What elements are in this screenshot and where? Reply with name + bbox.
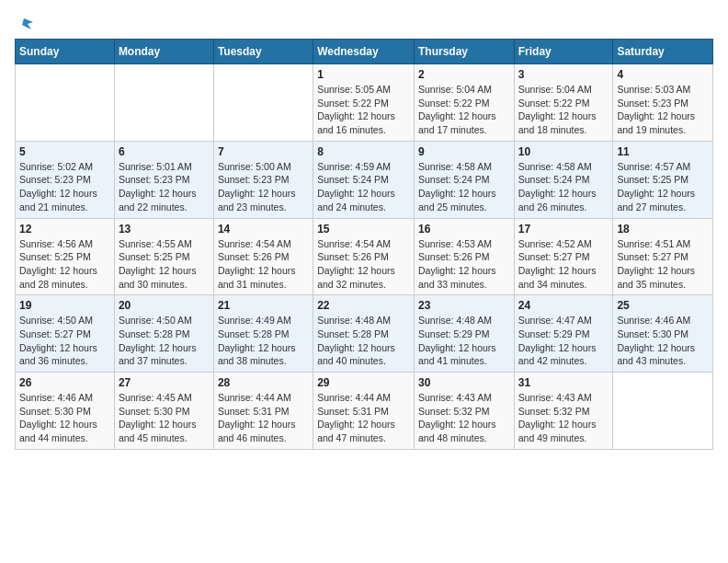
day-cell: 25Sunrise: 4:46 AMSunset: 5:30 PMDayligh… — [613, 295, 713, 373]
day-info: Sunrise: 4:44 AMSunset: 5:31 PMDaylight:… — [218, 391, 309, 445]
day-cell: 21Sunrise: 4:49 AMSunset: 5:28 PMDayligh… — [213, 295, 313, 373]
day-cell — [613, 373, 713, 450]
day-number: 31 — [518, 376, 609, 389]
day-number: 14 — [218, 223, 309, 236]
day-number: 19 — [19, 299, 110, 312]
day-number: 18 — [617, 223, 709, 236]
day-number: 26 — [19, 376, 110, 389]
day-number: 21 — [218, 299, 309, 312]
week-row-1: 1Sunrise: 5:05 AMSunset: 5:22 PMDaylight… — [16, 64, 713, 142]
day-number: 24 — [518, 299, 609, 312]
day-info: Sunrise: 4:58 AMSunset: 5:24 PMDaylight:… — [418, 160, 510, 214]
day-info: Sunrise: 4:43 AMSunset: 5:32 PMDaylight:… — [418, 391, 510, 445]
day-number: 28 — [218, 376, 309, 389]
header-monday: Monday — [114, 40, 213, 64]
day-cell: 15Sunrise: 4:54 AMSunset: 5:26 PMDayligh… — [313, 218, 415, 295]
day-cell — [114, 64, 213, 142]
day-info: Sunrise: 4:48 AMSunset: 5:28 PMDaylight:… — [317, 314, 410, 368]
day-cell: 19Sunrise: 4:50 AMSunset: 5:27 PMDayligh… — [16, 295, 115, 373]
day-info: Sunrise: 4:54 AMSunset: 5:26 PMDaylight:… — [218, 237, 309, 292]
day-number: 22 — [317, 299, 410, 312]
day-cell: 30Sunrise: 4:43 AMSunset: 5:32 PMDayligh… — [414, 373, 514, 450]
day-number: 5 — [19, 145, 110, 158]
week-row-3: 12Sunrise: 4:56 AMSunset: 5:25 PMDayligh… — [16, 218, 713, 295]
day-info: Sunrise: 4:47 AMSunset: 5:29 PMDaylight:… — [518, 314, 609, 368]
day-cell: 28Sunrise: 4:44 AMSunset: 5:31 PMDayligh… — [213, 373, 313, 450]
calendar-table: SundayMondayTuesdayWednesdayThursdayFrid… — [15, 39, 713, 450]
day-cell: 26Sunrise: 4:46 AMSunset: 5:30 PMDayligh… — [16, 373, 115, 450]
day-info: Sunrise: 4:50 AMSunset: 5:27 PMDaylight:… — [19, 314, 110, 368]
day-cell: 20Sunrise: 4:50 AMSunset: 5:28 PMDayligh… — [114, 295, 213, 373]
day-number: 25 — [617, 299, 709, 312]
day-cell: 11Sunrise: 4:57 AMSunset: 5:25 PMDayligh… — [613, 141, 713, 218]
day-cell — [213, 64, 313, 142]
day-number: 23 — [418, 299, 510, 312]
day-cell: 8Sunrise: 4:59 AMSunset: 5:24 PMDaylight… — [313, 141, 415, 218]
day-number: 10 — [518, 145, 609, 158]
day-number: 6 — [119, 145, 210, 158]
day-info: Sunrise: 5:04 AMSunset: 5:22 PMDaylight:… — [418, 83, 510, 137]
day-info: Sunrise: 4:56 AMSunset: 5:25 PMDaylight:… — [19, 237, 110, 292]
day-cell: 31Sunrise: 4:43 AMSunset: 5:32 PMDayligh… — [514, 373, 613, 450]
day-info: Sunrise: 4:52 AMSunset: 5:27 PMDaylight:… — [518, 237, 609, 292]
day-number: 4 — [617, 68, 709, 81]
svg-marker-0 — [22, 18, 33, 29]
logo — [15, 15, 33, 29]
day-info: Sunrise: 4:46 AMSunset: 5:30 PMDaylight:… — [19, 391, 110, 445]
header-sunday: Sunday — [16, 40, 115, 64]
day-info: Sunrise: 4:57 AMSunset: 5:25 PMDaylight:… — [617, 160, 709, 214]
day-number: 2 — [418, 68, 510, 81]
day-number: 13 — [119, 223, 210, 236]
day-number: 30 — [418, 376, 510, 389]
day-cell: 2Sunrise: 5:04 AMSunset: 5:22 PMDaylight… — [414, 64, 514, 142]
day-number: 3 — [518, 68, 609, 81]
day-info: Sunrise: 4:53 AMSunset: 5:26 PMDaylight:… — [418, 237, 510, 292]
day-number: 1 — [317, 68, 410, 81]
day-cell: 13Sunrise: 4:55 AMSunset: 5:25 PMDayligh… — [114, 218, 213, 295]
day-cell: 3Sunrise: 5:04 AMSunset: 5:22 PMDaylight… — [514, 64, 613, 142]
week-row-5: 26Sunrise: 4:46 AMSunset: 5:30 PMDayligh… — [16, 373, 713, 450]
day-info: Sunrise: 5:00 AMSunset: 5:23 PMDaylight:… — [218, 160, 309, 214]
day-number: 12 — [19, 223, 110, 236]
day-cell: 17Sunrise: 4:52 AMSunset: 5:27 PMDayligh… — [514, 218, 613, 295]
day-cell: 22Sunrise: 4:48 AMSunset: 5:28 PMDayligh… — [313, 295, 415, 373]
day-cell: 10Sunrise: 4:58 AMSunset: 5:24 PMDayligh… — [514, 141, 613, 218]
day-cell: 18Sunrise: 4:51 AMSunset: 5:27 PMDayligh… — [613, 218, 713, 295]
header-tuesday: Tuesday — [213, 40, 313, 64]
day-number: 16 — [418, 223, 510, 236]
day-info: Sunrise: 4:51 AMSunset: 5:27 PMDaylight:… — [617, 237, 709, 292]
day-cell: 4Sunrise: 5:03 AMSunset: 5:23 PMDaylight… — [613, 64, 713, 142]
day-number: 7 — [218, 145, 309, 158]
day-cell: 29Sunrise: 4:44 AMSunset: 5:31 PMDayligh… — [313, 373, 415, 450]
header-saturday: Saturday — [613, 40, 713, 64]
week-row-2: 5Sunrise: 5:02 AMSunset: 5:23 PMDaylight… — [16, 141, 713, 218]
day-info: Sunrise: 4:45 AMSunset: 5:30 PMDaylight:… — [119, 391, 210, 445]
day-info: Sunrise: 4:50 AMSunset: 5:28 PMDaylight:… — [119, 314, 210, 368]
day-info: Sunrise: 5:03 AMSunset: 5:23 PMDaylight:… — [617, 83, 709, 137]
day-cell: 27Sunrise: 4:45 AMSunset: 5:30 PMDayligh… — [114, 373, 213, 450]
day-number: 9 — [418, 145, 510, 158]
day-cell — [16, 64, 115, 142]
day-number: 27 — [119, 376, 210, 389]
day-info: Sunrise: 5:05 AMSunset: 5:22 PMDaylight:… — [317, 83, 410, 137]
calendar-header: SundayMondayTuesdayWednesdayThursdayFrid… — [16, 40, 713, 64]
day-info: Sunrise: 4:44 AMSunset: 5:31 PMDaylight:… — [317, 391, 410, 445]
day-number: 17 — [518, 223, 609, 236]
day-number: 8 — [317, 145, 410, 158]
day-number: 15 — [317, 223, 410, 236]
day-info: Sunrise: 4:55 AMSunset: 5:25 PMDaylight:… — [119, 237, 210, 292]
day-info: Sunrise: 4:48 AMSunset: 5:29 PMDaylight:… — [418, 314, 510, 368]
header-thursday: Thursday — [414, 40, 514, 64]
day-cell: 16Sunrise: 4:53 AMSunset: 5:26 PMDayligh… — [414, 218, 514, 295]
day-info: Sunrise: 4:49 AMSunset: 5:28 PMDaylight:… — [218, 314, 309, 368]
day-info: Sunrise: 4:54 AMSunset: 5:26 PMDaylight:… — [317, 237, 410, 292]
day-cell: 12Sunrise: 4:56 AMSunset: 5:25 PMDayligh… — [16, 218, 115, 295]
calendar-body: 1Sunrise: 5:05 AMSunset: 5:22 PMDaylight… — [16, 64, 713, 450]
day-info: Sunrise: 4:58 AMSunset: 5:24 PMDaylight:… — [518, 160, 609, 214]
header-wednesday: Wednesday — [313, 40, 415, 64]
day-cell: 14Sunrise: 4:54 AMSunset: 5:26 PMDayligh… — [213, 218, 313, 295]
logo-bird-icon — [15, 15, 33, 33]
day-info: Sunrise: 5:01 AMSunset: 5:23 PMDaylight:… — [119, 160, 210, 214]
day-cell: 9Sunrise: 4:58 AMSunset: 5:24 PMDaylight… — [414, 141, 514, 218]
day-info: Sunrise: 4:46 AMSunset: 5:30 PMDaylight:… — [617, 314, 709, 368]
